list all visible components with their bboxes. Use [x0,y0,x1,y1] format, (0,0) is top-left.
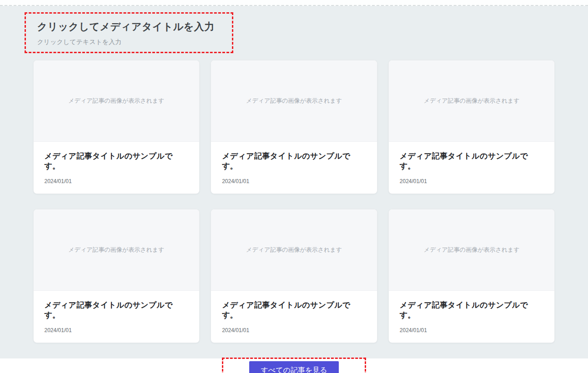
card-date: 2024/01/01 [222,178,366,184]
card-image-placeholder-text: メディア記事の画像が表示されます [246,97,342,105]
card-image-placeholder-text: メディア記事の画像が表示されます [246,246,342,254]
card-body: メディア記事タイトルのサンプルです。 2024/01/01 [34,291,200,343]
card-title: メディア記事タイトルのサンプルです。 [222,151,366,171]
card-image-placeholder: メディア記事の画像が表示されます [34,60,200,142]
card-title: メディア記事タイトルのサンプルです。 [222,300,366,320]
card-date: 2024/01/01 [400,327,544,333]
card-image-placeholder-text: メディア記事の画像が表示されます [424,97,520,105]
article-card[interactable]: メディア記事の画像が表示されます メディア記事タイトルのサンプルです。 2024… [33,60,200,194]
card-date: 2024/01/01 [222,327,366,333]
media-section: クリックしてメディアタイトルを入力 クリックしてテキストを入力 メディア記事の画… [0,6,588,358]
article-card[interactable]: メディア記事の画像が表示されます メディア記事タイトルのサンプルです。 2024… [388,60,555,194]
card-date: 2024/01/01 [45,327,189,333]
media-section-container: クリックしてメディアタイトルを入力 クリックしてテキストを入力 メディア記事の画… [33,12,555,373]
card-image-placeholder: メディア記事の画像が表示されます [211,60,377,142]
article-card[interactable]: メディア記事の画像が表示されます メディア記事タイトルのサンプルです。 2024… [211,209,377,343]
card-title: メディア記事タイトルのサンプルです。 [45,151,189,171]
card-image-placeholder-text: メディア記事の画像が表示されます [68,246,164,254]
card-body: メディア記事タイトルのサンプルです。 2024/01/01 [34,142,200,194]
card-image-placeholder: メディア記事の画像が表示されます [211,209,377,291]
article-card[interactable]: メディア記事の画像が表示されます メディア記事タイトルのサンプルです。 2024… [211,60,377,194]
card-body: メディア記事タイトルのサンプルです。 2024/01/01 [211,291,377,343]
card-body: メディア記事タイトルのサンプルです。 2024/01/01 [211,142,377,194]
card-title: メディア記事タイトルのサンプルです。 [400,151,544,171]
card-image-placeholder: メディア記事の画像が表示されます [389,60,555,142]
card-image-placeholder: メディア記事の画像が表示されます [34,209,200,291]
page: クリックしてメディアタイトルを入力 クリックしてテキストを入力 メディア記事の画… [0,0,588,373]
article-cards-grid: メディア記事の画像が表示されます メディア記事タイトルのサンプルです。 2024… [33,60,555,343]
card-image-placeholder-text: メディア記事の画像が表示されます [424,246,520,254]
button-edit-frame[interactable]: すべての記事を見る [222,358,366,373]
card-title: メディア記事タイトルのサンプルです。 [45,300,189,320]
section-title-editable[interactable]: クリックしてメディアタイトルを入力 [37,20,220,34]
section-divider-dashed [0,0,588,6]
section-header-edit-frame[interactable]: クリックしてメディアタイトルを入力 クリックしてテキストを入力 [25,12,233,53]
card-date: 2024/01/01 [400,178,544,184]
view-all-articles-button[interactable]: すべての記事を見る [249,361,338,373]
card-body: メディア記事タイトルのサンプルです。 2024/01/01 [389,291,555,343]
card-image-placeholder: メディア記事の画像が表示されます [389,209,555,291]
card-date: 2024/01/01 [45,178,189,184]
article-card[interactable]: メディア記事の画像が表示されます メディア記事タイトルのサンプルです。 2024… [388,209,555,343]
card-title: メディア記事タイトルのサンプルです。 [400,300,544,320]
article-card[interactable]: メディア記事の画像が表示されます メディア記事タイトルのサンプルです。 2024… [33,209,200,343]
card-image-placeholder-text: メディア記事の画像が表示されます [68,97,164,105]
section-subtitle-editable[interactable]: クリックしてテキストを入力 [37,38,220,46]
card-body: メディア記事タイトルのサンプルです。 2024/01/01 [389,142,555,194]
